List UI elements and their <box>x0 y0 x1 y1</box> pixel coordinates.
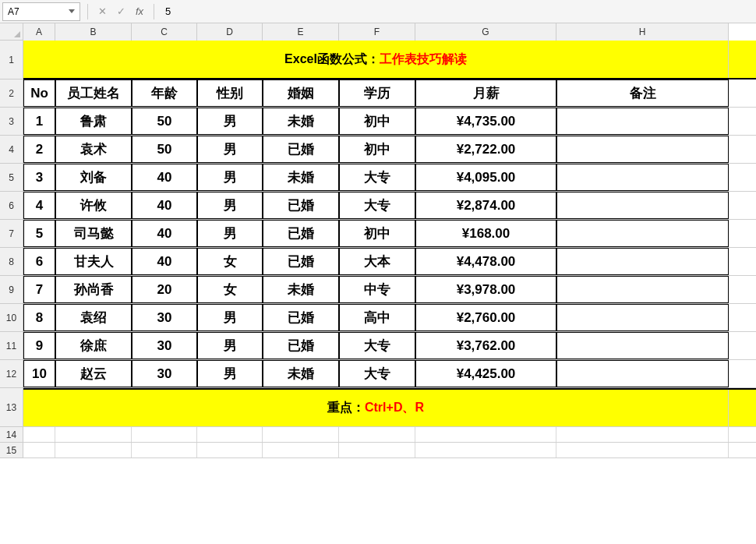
cell[interactable]: 30 <box>132 332 197 359</box>
cell[interactable]: 已婚 <box>263 220 339 247</box>
empty-cell[interactable] <box>263 443 339 457</box>
cell[interactable]: 初中 <box>339 136 415 163</box>
row-header-11[interactable]: 11 <box>0 332 23 360</box>
cell[interactable]: ¥4,478.00 <box>415 248 556 275</box>
cell[interactable]: 40 <box>132 220 197 247</box>
cell[interactable]: No <box>23 79 55 107</box>
cell[interactable]: 1 <box>23 108 55 135</box>
empty-cell[interactable] <box>132 443 197 457</box>
column-header-D[interactable]: D <box>197 23 263 41</box>
cell[interactable]: 中专 <box>339 276 415 303</box>
row-header-7[interactable]: 7 <box>0 220 23 248</box>
cell[interactable]: 学历 <box>339 79 415 107</box>
cell[interactable]: 赵云 <box>55 360 132 387</box>
empty-cell[interactable] <box>556 443 729 457</box>
cell[interactable] <box>556 220 729 247</box>
column-header-A[interactable]: A <box>23 23 55 41</box>
empty-cell[interactable] <box>415 443 556 457</box>
cell[interactable]: 大专 <box>339 164 415 191</box>
row-header-14[interactable]: 14 <box>0 427 23 443</box>
cell[interactable]: 员工姓名 <box>55 79 132 107</box>
column-header-H[interactable]: H <box>556 23 729 41</box>
empty-cell[interactable] <box>263 427 339 442</box>
cell[interactable]: 袁绍 <box>55 304 132 331</box>
cell[interactable]: 未婚 <box>263 164 339 191</box>
cell[interactable]: 未婚 <box>263 108 339 135</box>
cell[interactable]: 初中 <box>339 220 415 247</box>
row-header-4[interactable]: 4 <box>0 136 23 164</box>
cell[interactable]: 已婚 <box>263 332 339 359</box>
cell[interactable] <box>556 332 729 359</box>
cell[interactable]: ¥3,978.00 <box>415 276 556 303</box>
cell[interactable]: 30 <box>132 360 197 387</box>
row-header-1[interactable]: 1 <box>0 41 23 79</box>
cell[interactable]: 10 <box>23 360 55 387</box>
cell[interactable]: 初中 <box>339 108 415 135</box>
cell[interactable]: 大专 <box>339 192 415 219</box>
cell[interactable]: 袁术 <box>55 136 132 163</box>
cell[interactable]: 男 <box>197 360 263 387</box>
cell[interactable]: 月薪 <box>415 79 556 107</box>
cell[interactable]: 未婚 <box>263 276 339 303</box>
cell[interactable]: ¥4,095.00 <box>415 164 556 191</box>
empty-cell[interactable] <box>55 443 132 457</box>
cell[interactable]: 男 <box>197 108 263 135</box>
cell[interactable]: 男 <box>197 220 263 247</box>
cell[interactable]: 许攸 <box>55 192 132 219</box>
cell[interactable]: 男 <box>197 332 263 359</box>
cell[interactable]: 大本 <box>339 248 415 275</box>
row-header-15[interactable]: 15 <box>0 443 23 458</box>
cell[interactable]: 男 <box>197 136 263 163</box>
cell[interactable]: ¥2,760.00 <box>415 304 556 331</box>
cell[interactable]: 40 <box>132 192 197 219</box>
cell[interactable]: 4 <box>23 192 55 219</box>
cell[interactable]: 已婚 <box>263 192 339 219</box>
cell[interactable] <box>556 108 729 135</box>
empty-cell[interactable] <box>197 443 263 457</box>
cell[interactable]: 2 <box>23 136 55 163</box>
cell[interactable] <box>556 360 729 387</box>
column-header-C[interactable]: C <box>132 23 197 41</box>
select-all-corner[interactable] <box>0 23 23 41</box>
cell[interactable]: ¥2,722.00 <box>415 136 556 163</box>
fx-icon[interactable]: fx <box>130 2 149 21</box>
empty-cell[interactable] <box>23 427 55 442</box>
cell[interactable]: 男 <box>197 164 263 191</box>
cell[interactable] <box>556 304 729 331</box>
cell[interactable]: 男 <box>197 304 263 331</box>
column-header-F[interactable]: F <box>339 23 415 41</box>
cell[interactable]: 女 <box>197 276 263 303</box>
column-header-E[interactable]: E <box>263 23 339 41</box>
cell[interactable]: 已婚 <box>263 304 339 331</box>
cell[interactable]: 高中 <box>339 304 415 331</box>
cell[interactable]: 5 <box>23 220 55 247</box>
empty-cell[interactable] <box>132 427 197 442</box>
empty-cell[interactable] <box>55 427 132 442</box>
title-cell[interactable]: Excel函数公式：工作表技巧解读 <box>23 41 729 78</box>
empty-cell[interactable] <box>339 443 415 457</box>
column-header-B[interactable]: B <box>55 23 132 41</box>
cell[interactable]: 20 <box>132 276 197 303</box>
row-header-10[interactable]: 10 <box>0 304 23 332</box>
footer-cell[interactable]: 重点：Ctrl+D、R <box>23 390 729 426</box>
cell[interactable]: 年龄 <box>132 79 197 107</box>
cancel-icon[interactable]: ✕ <box>93 2 111 21</box>
accept-icon[interactable]: ✓ <box>111 2 130 21</box>
cell[interactable]: 孙尚香 <box>55 276 132 303</box>
cells-area[interactable]: ↖ Excel函数公式：工作表技巧解读No员工姓名年龄性别婚姻学历月薪备注1鲁肃… <box>23 41 756 458</box>
cell[interactable]: ¥4,425.00 <box>415 360 556 387</box>
empty-cell[interactable] <box>23 443 55 457</box>
cell[interactable]: 备注 <box>556 79 729 107</box>
cell[interactable]: 3 <box>23 164 55 191</box>
cell[interactable]: 已婚 <box>263 248 339 275</box>
cell[interactable]: ¥168.00 <box>415 220 556 247</box>
empty-cell[interactable] <box>339 427 415 442</box>
empty-cell[interactable] <box>556 427 729 442</box>
cell[interactable] <box>556 276 729 303</box>
row-header-12[interactable]: 12 <box>0 360 23 388</box>
cell[interactable]: ¥4,735.00 <box>415 108 556 135</box>
row-header-2[interactable]: 2 <box>0 79 23 108</box>
cell[interactable]: 女 <box>197 248 263 275</box>
cell[interactable]: 40 <box>132 248 197 275</box>
cell[interactable]: 男 <box>197 192 263 219</box>
